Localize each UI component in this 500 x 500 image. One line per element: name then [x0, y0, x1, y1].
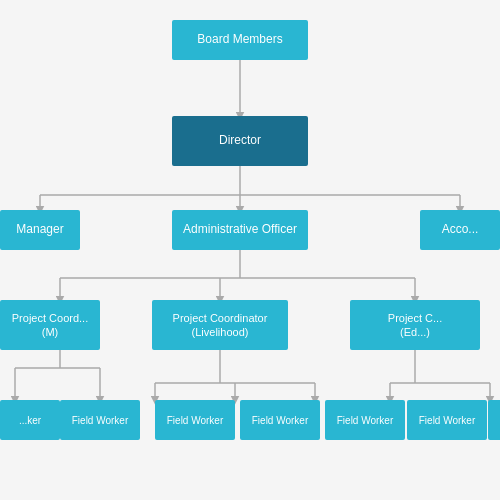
field-worker-1: ...ker — [0, 400, 60, 440]
node-coord-manager: Project Coord...(M) — [0, 300, 100, 350]
field-worker-7: Fi... — [488, 400, 500, 440]
node-accountant: Acco... — [420, 210, 500, 250]
field-worker-4: Field Worker — [240, 400, 320, 440]
node-coord-education: Project C...(Ed...) — [350, 300, 480, 350]
node-manager: Manager — [0, 210, 80, 250]
field-worker-2: Field Worker — [60, 400, 140, 440]
node-director: Director — [172, 116, 308, 166]
node-board-members: Board Members — [172, 20, 308, 60]
field-worker-3: Field Worker — [155, 400, 235, 440]
org-chart: Board Members Director Manager Administr… — [0, 0, 500, 500]
field-worker-5: Field Worker — [325, 400, 405, 440]
node-coord-livelihood: Project Coordinator(Livelihood) — [152, 300, 288, 350]
node-admin-officer: Administrative Officer — [172, 210, 308, 250]
field-worker-6: Field Worker — [407, 400, 487, 440]
